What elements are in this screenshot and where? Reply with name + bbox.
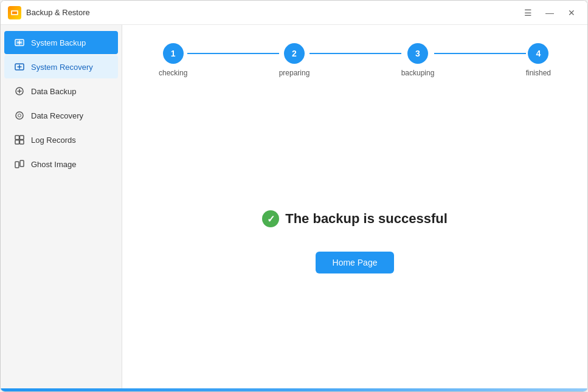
sidebar-label-data-recovery: Data Recovery (31, 111, 83, 120)
sidebar: System Backup System Recovery (1, 25, 122, 388)
svg-rect-7 (15, 136, 19, 140)
data-backup-icon (14, 86, 25, 97)
sidebar-item-system-recovery[interactable]: System Recovery (4, 55, 118, 78)
connector-2-3 (310, 53, 401, 54)
connector-1-2 (187, 53, 278, 54)
step-label-1: checking (159, 69, 187, 77)
sidebar-item-log-records[interactable]: Log Records (4, 128, 118, 151)
ghost-icon (14, 159, 25, 170)
sidebar-item-system-backup[interactable]: System Backup (4, 31, 118, 54)
sidebar-item-data-backup[interactable]: Data Backup (4, 80, 118, 103)
svg-rect-1 (12, 12, 17, 14)
sidebar-label-system-recovery: System Recovery (31, 63, 93, 72)
titlebar-controls: ☰ — ✕ (519, 4, 580, 21)
menu-button[interactable]: ☰ (519, 4, 536, 21)
bottom-accent-bar (1, 388, 587, 391)
main-layout: System Backup System Recovery (1, 25, 587, 388)
sidebar-item-data-recovery[interactable]: Data Recovery (4, 104, 118, 127)
svg-point-6 (16, 112, 23, 119)
step-circle-1: 1 (163, 43, 184, 64)
app-icon (8, 6, 21, 19)
success-message: ✓ The backup is successful (262, 210, 448, 227)
titlebar-left: Backup & Restore (8, 6, 90, 19)
step-2: 2 preparing (279, 43, 310, 77)
success-area: ✓ The backup is successful Home Page (147, 114, 563, 370)
steps-container: 1 checking 2 preparing 3 backupin (147, 43, 563, 77)
step-4: 4 finished (526, 43, 551, 77)
titlebar: Backup & Restore ☰ — ✕ (1, 1, 587, 25)
svg-rect-10 (20, 140, 24, 145)
step-label-2: preparing (279, 69, 310, 77)
home-page-button[interactable]: Home Page (316, 252, 395, 273)
connector-3-4 (434, 53, 525, 54)
log-icon (14, 134, 25, 145)
step-label-3: backuping (401, 69, 435, 77)
content-area: 1 checking 2 preparing 3 backupin (122, 25, 587, 388)
step-circle-3: 3 (407, 43, 428, 64)
app-title: Backup & Restore (26, 8, 90, 17)
sidebar-label-ghost-image: Ghost Image (31, 160, 76, 169)
step-circle-2: 2 (284, 43, 305, 64)
sidebar-item-ghost-image[interactable]: Ghost Image (4, 153, 118, 176)
step-label-4: finished (526, 69, 551, 77)
app-window: Backup & Restore ☰ — ✕ System Backup (0, 0, 588, 392)
close-button[interactable]: ✕ (563, 4, 580, 21)
step-circle-4: 4 (528, 43, 548, 64)
step-1: 1 checking (159, 43, 187, 77)
svg-rect-8 (20, 136, 24, 140)
backup-icon (14, 37, 25, 48)
success-text: The backup is successful (285, 211, 448, 227)
svg-rect-11 (15, 162, 19, 168)
sidebar-label-system-backup: System Backup (31, 38, 86, 47)
minimize-button[interactable]: — (541, 4, 558, 21)
step-3: 3 backuping (401, 43, 435, 77)
svg-rect-9 (15, 140, 19, 145)
recovery-icon (14, 61, 25, 72)
sidebar-label-log-records: Log Records (31, 136, 76, 145)
sidebar-label-data-backup: Data Backup (31, 87, 76, 96)
success-checkmark-icon: ✓ (262, 210, 279, 227)
svg-rect-12 (20, 160, 24, 167)
data-recovery-icon (14, 110, 25, 121)
